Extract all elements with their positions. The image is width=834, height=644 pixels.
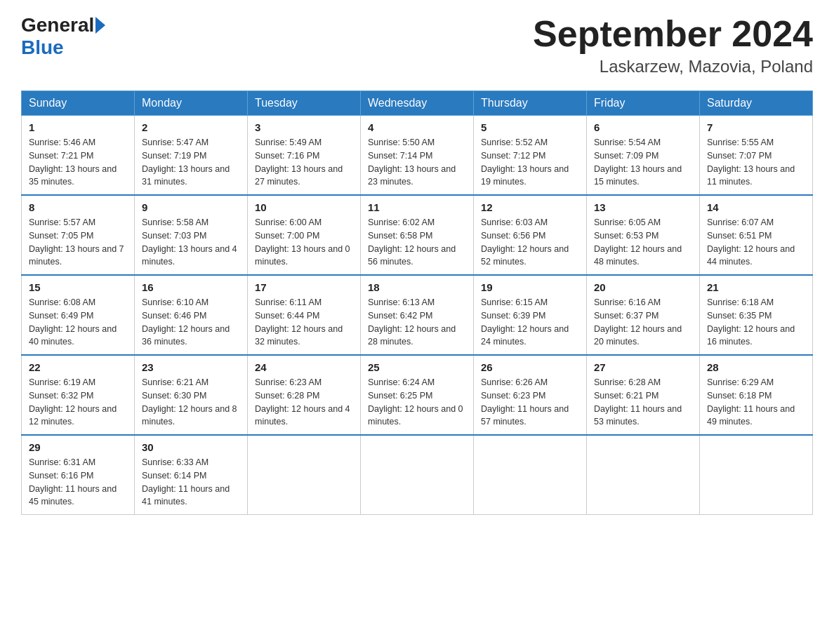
day-number: 19	[481, 281, 579, 293]
table-row: 13Sunrise: 6:05 AMSunset: 6:53 PMDayligh…	[587, 195, 700, 275]
day-info: Sunrise: 5:52 AMSunset: 7:12 PMDaylight:…	[481, 136, 579, 189]
day-number: 16	[142, 281, 240, 293]
calendar-week-row: 8Sunrise: 5:57 AMSunset: 7:05 PMDaylight…	[22, 195, 813, 275]
col-sunday: Sunday	[22, 91, 135, 116]
col-saturday: Saturday	[700, 91, 813, 116]
table-row: 27Sunrise: 6:28 AMSunset: 6:21 PMDayligh…	[587, 355, 700, 435]
day-info: Sunrise: 5:55 AMSunset: 7:07 PMDaylight:…	[707, 136, 805, 189]
table-row: 3Sunrise: 5:49 AMSunset: 7:16 PMDaylight…	[248, 116, 361, 196]
day-number: 24	[255, 361, 353, 373]
table-row	[248, 435, 361, 515]
logo: General Blue	[21, 14, 107, 59]
table-row: 18Sunrise: 6:13 AMSunset: 6:42 PMDayligh…	[361, 275, 474, 355]
day-number: 3	[255, 121, 353, 133]
table-row	[700, 435, 813, 515]
day-number: 18	[368, 281, 466, 293]
col-wednesday: Wednesday	[361, 91, 474, 116]
day-info: Sunrise: 6:33 AMSunset: 6:14 PMDaylight:…	[142, 456, 240, 509]
table-row: 19Sunrise: 6:15 AMSunset: 6:39 PMDayligh…	[474, 275, 587, 355]
day-info: Sunrise: 6:26 AMSunset: 6:23 PMDaylight:…	[481, 376, 579, 429]
calendar-week-row: 29Sunrise: 6:31 AMSunset: 6:16 PMDayligh…	[22, 435, 813, 515]
calendar-table: Sunday Monday Tuesday Wednesday Thursday…	[21, 90, 813, 515]
table-row: 5Sunrise: 5:52 AMSunset: 7:12 PMDaylight…	[474, 116, 587, 196]
logo-blue-text: Blue	[21, 36, 64, 59]
day-info: Sunrise: 6:23 AMSunset: 6:28 PMDaylight:…	[255, 376, 353, 429]
day-number: 21	[707, 281, 805, 293]
day-info: Sunrise: 6:00 AMSunset: 7:00 PMDaylight:…	[255, 216, 353, 269]
day-number: 1	[29, 121, 127, 133]
day-info: Sunrise: 5:50 AMSunset: 7:14 PMDaylight:…	[368, 136, 466, 189]
day-number: 14	[707, 201, 805, 213]
day-info: Sunrise: 6:21 AMSunset: 6:30 PMDaylight:…	[142, 376, 240, 429]
table-row: 9Sunrise: 5:58 AMSunset: 7:03 PMDaylight…	[135, 195, 248, 275]
table-row: 6Sunrise: 5:54 AMSunset: 7:09 PMDaylight…	[587, 116, 700, 196]
table-row: 26Sunrise: 6:26 AMSunset: 6:23 PMDayligh…	[474, 355, 587, 435]
table-row: 22Sunrise: 6:19 AMSunset: 6:32 PMDayligh…	[22, 355, 135, 435]
table-row: 7Sunrise: 5:55 AMSunset: 7:07 PMDaylight…	[700, 116, 813, 196]
day-number: 17	[255, 281, 353, 293]
day-info: Sunrise: 6:19 AMSunset: 6:32 PMDaylight:…	[29, 376, 127, 429]
table-row: 10Sunrise: 6:00 AMSunset: 7:00 PMDayligh…	[248, 195, 361, 275]
logo-general-text: General	[21, 14, 94, 36]
day-info: Sunrise: 5:47 AMSunset: 7:19 PMDaylight:…	[142, 136, 240, 189]
table-row: 28Sunrise: 6:29 AMSunset: 6:18 PMDayligh…	[700, 355, 813, 435]
day-number: 7	[707, 121, 805, 133]
table-row: 15Sunrise: 6:08 AMSunset: 6:49 PMDayligh…	[22, 275, 135, 355]
col-friday: Friday	[587, 91, 700, 116]
calendar-week-row: 1Sunrise: 5:46 AMSunset: 7:21 PMDaylight…	[22, 116, 813, 196]
table-row: 1Sunrise: 5:46 AMSunset: 7:21 PMDaylight…	[22, 116, 135, 196]
logo-arrow-icon	[95, 17, 105, 34]
day-info: Sunrise: 5:46 AMSunset: 7:21 PMDaylight:…	[29, 136, 127, 189]
day-number: 28	[707, 361, 805, 373]
table-row: 11Sunrise: 6:02 AMSunset: 6:58 PMDayligh…	[361, 195, 474, 275]
day-info: Sunrise: 6:29 AMSunset: 6:18 PMDaylight:…	[707, 376, 805, 429]
table-row: 14Sunrise: 6:07 AMSunset: 6:51 PMDayligh…	[700, 195, 813, 275]
day-info: Sunrise: 6:15 AMSunset: 6:39 PMDaylight:…	[481, 296, 579, 349]
day-info: Sunrise: 5:57 AMSunset: 7:05 PMDaylight:…	[29, 216, 127, 269]
col-thursday: Thursday	[474, 91, 587, 116]
table-row: 4Sunrise: 5:50 AMSunset: 7:14 PMDaylight…	[361, 116, 474, 196]
day-info: Sunrise: 6:24 AMSunset: 6:25 PMDaylight:…	[368, 376, 466, 429]
day-info: Sunrise: 6:07 AMSunset: 6:51 PMDaylight:…	[707, 216, 805, 269]
table-row	[361, 435, 474, 515]
table-row: 17Sunrise: 6:11 AMSunset: 6:44 PMDayligh…	[248, 275, 361, 355]
calendar-week-row: 15Sunrise: 6:08 AMSunset: 6:49 PMDayligh…	[22, 275, 813, 355]
calendar-week-row: 22Sunrise: 6:19 AMSunset: 6:32 PMDayligh…	[22, 355, 813, 435]
day-number: 11	[368, 201, 466, 213]
day-number: 20	[594, 281, 692, 293]
table-row: 8Sunrise: 5:57 AMSunset: 7:05 PMDaylight…	[22, 195, 135, 275]
table-row: 24Sunrise: 6:23 AMSunset: 6:28 PMDayligh…	[248, 355, 361, 435]
table-row: 29Sunrise: 6:31 AMSunset: 6:16 PMDayligh…	[22, 435, 135, 515]
table-row: 2Sunrise: 5:47 AMSunset: 7:19 PMDaylight…	[135, 116, 248, 196]
day-info: Sunrise: 6:02 AMSunset: 6:58 PMDaylight:…	[368, 216, 466, 269]
day-info: Sunrise: 6:28 AMSunset: 6:21 PMDaylight:…	[594, 376, 692, 429]
header: General Blue September 2024 Laskarzew, M…	[21, 14, 813, 76]
col-monday: Monday	[135, 91, 248, 116]
day-info: Sunrise: 6:31 AMSunset: 6:16 PMDaylight:…	[29, 456, 127, 509]
day-info: Sunrise: 6:08 AMSunset: 6:49 PMDaylight:…	[29, 296, 127, 349]
day-info: Sunrise: 5:49 AMSunset: 7:16 PMDaylight:…	[255, 136, 353, 189]
day-info: Sunrise: 6:10 AMSunset: 6:46 PMDaylight:…	[142, 296, 240, 349]
day-number: 15	[29, 281, 127, 293]
table-row	[474, 435, 587, 515]
day-number: 8	[29, 201, 127, 213]
table-row: 21Sunrise: 6:18 AMSunset: 6:35 PMDayligh…	[700, 275, 813, 355]
table-row	[587, 435, 700, 515]
day-number: 4	[368, 121, 466, 133]
day-number: 25	[368, 361, 466, 373]
day-number: 26	[481, 361, 579, 373]
day-number: 6	[594, 121, 692, 133]
table-row: 23Sunrise: 6:21 AMSunset: 6:30 PMDayligh…	[135, 355, 248, 435]
table-row: 12Sunrise: 6:03 AMSunset: 6:56 PMDayligh…	[474, 195, 587, 275]
day-number: 22	[29, 361, 127, 373]
table-row: 16Sunrise: 6:10 AMSunset: 6:46 PMDayligh…	[135, 275, 248, 355]
day-info: Sunrise: 6:18 AMSunset: 6:35 PMDaylight:…	[707, 296, 805, 349]
table-row: 25Sunrise: 6:24 AMSunset: 6:25 PMDayligh…	[361, 355, 474, 435]
calendar-header-row: Sunday Monday Tuesday Wednesday Thursday…	[22, 91, 813, 116]
day-info: Sunrise: 6:13 AMSunset: 6:42 PMDaylight:…	[368, 296, 466, 349]
month-title: September 2024	[533, 14, 813, 54]
day-info: Sunrise: 6:03 AMSunset: 6:56 PMDaylight:…	[481, 216, 579, 269]
title-area: September 2024 Laskarzew, Mazovia, Polan…	[533, 14, 813, 76]
day-info: Sunrise: 6:11 AMSunset: 6:44 PMDaylight:…	[255, 296, 353, 349]
day-number: 30	[142, 441, 240, 453]
